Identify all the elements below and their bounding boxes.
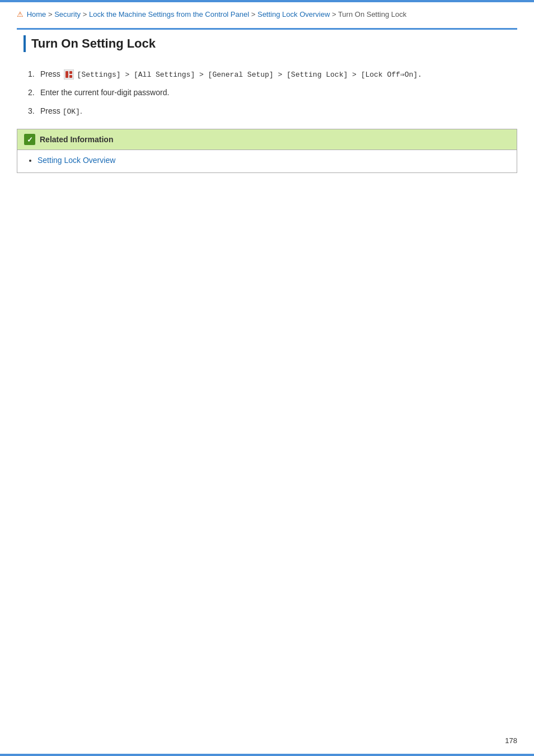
step-1-code: [Settings] > [All Settings] > [General S… [77, 71, 422, 79]
step-2: 2. Enter the current four-digit password… [28, 86, 517, 99]
step-3-content: Press [OK]. [40, 105, 82, 118]
related-info-title: Related Information [40, 135, 113, 144]
page-title: Turn On Setting Lock [31, 36, 156, 51]
step-1: 1. Press [Settings] > [All Settings] > [… [28, 68, 517, 81]
page-number: 178 [505, 736, 517, 745]
breadcrumb-home[interactable]: Home [27, 10, 46, 18]
page-title-section: Turn On Setting Lock [17, 28, 517, 58]
svg-rect-1 [65, 71, 68, 78]
step-1-number: 1. [28, 68, 40, 80]
related-info-section: ✓ Related Information Setting Lock Overv… [17, 129, 517, 173]
instructions-list: 1. Press [Settings] > [All Settings] > [… [17, 68, 517, 118]
step-3: 3. Press [OK]. [28, 105, 517, 118]
related-info-list: Setting Lock Overview [29, 156, 510, 165]
related-info-header: ✓ Related Information [17, 129, 517, 150]
breadcrumb-current: Turn On Setting Lock [338, 10, 406, 18]
step-2-content: Enter the current four-digit password. [40, 86, 169, 99]
step-3-number: 3. [28, 105, 40, 117]
svg-rect-0 [64, 69, 74, 80]
checkmark-icon: ✓ [24, 134, 35, 145]
svg-rect-3 [69, 75, 72, 78]
step-1-content: Press [Settings] > [All Settings] > [Gen… [40, 68, 422, 81]
breadcrumb-security[interactable]: Security [54, 10, 81, 18]
related-info-item: Setting Lock Overview [38, 156, 510, 165]
step-2-number: 2. [28, 86, 40, 99]
breadcrumb-lock-machine[interactable]: Lock the Machine Settings from the Contr… [89, 10, 249, 18]
settings-button-icon [64, 69, 74, 80]
step-3-code: [OK] [63, 108, 80, 116]
home-icon: ⚠ [17, 10, 24, 18]
breadcrumb-setting-lock-overview[interactable]: Setting Lock Overview [257, 10, 330, 18]
bottom-border [0, 754, 534, 756]
breadcrumb: ⚠ Home > Security > Lock the Machine Set… [17, 9, 517, 20]
svg-rect-2 [69, 71, 72, 74]
title-bar-accent [24, 35, 26, 52]
related-info-body: Setting Lock Overview [17, 150, 517, 172]
setting-lock-overview-link[interactable]: Setting Lock Overview [38, 156, 115, 165]
